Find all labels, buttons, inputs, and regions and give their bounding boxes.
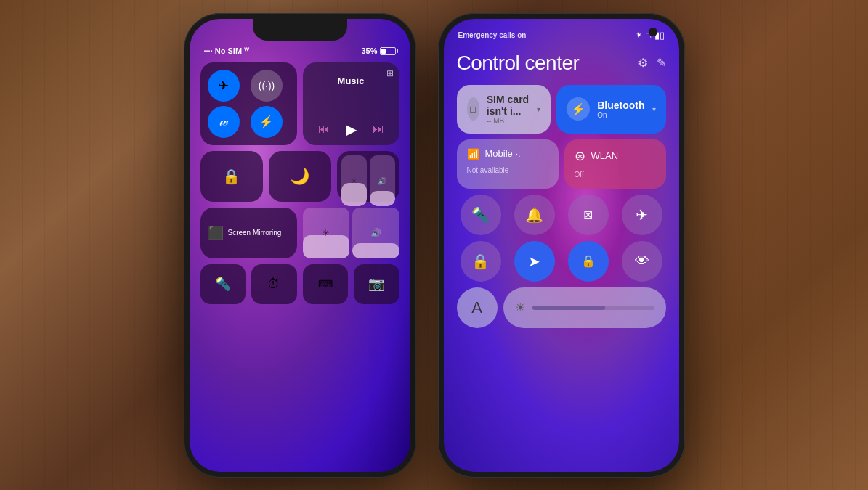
battery-bar-left bbox=[380, 47, 396, 55]
punch-hole bbox=[649, 28, 657, 36]
bluetooth-sub: On bbox=[597, 111, 644, 119]
connectivity-grid: ✈ ((·)) 𝓌 ⚡ bbox=[208, 70, 290, 138]
location-icon: ➤ bbox=[528, 253, 540, 270]
sim-label: SIM card isn't i... bbox=[487, 94, 530, 117]
brightness-fill bbox=[341, 183, 367, 206]
brightness-bar-container[interactable]: ☀ bbox=[503, 287, 666, 328]
battery-fill-left bbox=[381, 49, 386, 54]
airplay-icon: ⊞ bbox=[386, 68, 394, 78]
connectivity-row-right: ◻ SIM card isn't i... -- MB ▾ ⚡ bbox=[457, 85, 666, 134]
sim-block[interactable]: ◻ SIM card isn't i... -- MB ▾ bbox=[457, 85, 551, 134]
rotation-lock-btn[interactable]: 🔒 bbox=[200, 151, 263, 202]
cellular-btn[interactable]: ((·)) bbox=[251, 70, 283, 102]
camera-icon: 📷 bbox=[368, 276, 384, 292]
rotation-lock-icon: 🔒 bbox=[222, 168, 240, 185]
next-btn[interactable]: ⏭ bbox=[373, 123, 384, 136]
mobile-label: Mobile ·. bbox=[485, 148, 521, 159]
control-center-left: ✈ ((·)) 𝓌 ⚡ bbox=[200, 62, 399, 304]
bluetooth-block[interactable]: ⚡ Bluetooth On ▾ bbox=[556, 85, 665, 134]
bluetooth-arrow: ▾ bbox=[652, 105, 656, 113]
status-bar-left: ···· No SIM ᵂ 35% bbox=[204, 46, 396, 56]
bell-toggle[interactable]: 🔔 bbox=[514, 195, 555, 235]
sim-icon-block: ◻ bbox=[467, 97, 479, 121]
music-block: ⊞ Music ⏮ ▶ ⏭ bbox=[303, 62, 399, 145]
airplane-mode-btn[interactable]: ✈ bbox=[208, 70, 240, 102]
flashlight-toggle[interactable]: 🔦 bbox=[461, 195, 501, 235]
signal-status: ···· No SIM ᵂ bbox=[204, 46, 250, 56]
brightness-slider-icon: ☀ bbox=[351, 176, 357, 184]
wlan-sub: Off bbox=[575, 171, 584, 179]
play-btn[interactable]: ▶ bbox=[346, 121, 357, 138]
brightness-bar-fill bbox=[532, 306, 606, 310]
rotation-toggle[interactable]: 🔒 bbox=[568, 241, 609, 282]
wlan-block[interactable]: ⊛ WLAN Off bbox=[564, 139, 666, 189]
prev-btn[interactable]: ⏮ bbox=[318, 123, 330, 136]
bluetooth-icon-right-block: ⚡ bbox=[567, 97, 590, 121]
do-not-disturb-btn[interactable]: 🌙 bbox=[269, 151, 331, 202]
bluetooth-icon-right: ⚡ bbox=[571, 102, 585, 116]
calculator-btn[interactable]: ⌨ bbox=[303, 264, 349, 304]
volume-fill bbox=[370, 191, 395, 206]
timer-icon: ⏱ bbox=[267, 277, 280, 292]
rotation-icon: 🔒 bbox=[581, 254, 596, 268]
brightness-fill-2 bbox=[303, 235, 350, 258]
phone-left-screen: ···· No SIM ᵂ 35% bbox=[190, 19, 410, 472]
bottom-row-right: A ☀ bbox=[457, 287, 666, 328]
volume-slider-2[interactable]: 🔊 bbox=[352, 208, 399, 258]
location-toggle[interactable]: ➤ bbox=[514, 241, 555, 282]
lock-toggle[interactable]: 🔒 bbox=[461, 241, 501, 282]
flashlight-btn[interactable]: 🔦 bbox=[200, 264, 246, 304]
brightness-bar-icon: ☀ bbox=[515, 301, 525, 314]
volume-slider[interactable]: 🔊 bbox=[370, 155, 395, 206]
quick-toggles-row1: 🔦 🔔 ⊠ ✈ bbox=[457, 195, 666, 235]
screenshot-icon: ⊠ bbox=[583, 208, 593, 221]
cc-top-grid: ✈ ((·)) 𝓌 ⚡ bbox=[200, 62, 399, 145]
cellular-icon: ((·)) bbox=[259, 80, 275, 91]
flashlight-icon: 🔦 bbox=[215, 276, 231, 292]
sim-sub: -- MB bbox=[487, 117, 530, 125]
wlan-icon-row: ⊛ WLAN bbox=[575, 148, 656, 164]
no-sim-text: No SIM bbox=[215, 46, 242, 55]
notch bbox=[253, 19, 347, 41]
bluetooth-status-icon: ✶ bbox=[636, 30, 642, 40]
mobile-sub: Not available bbox=[467, 166, 509, 174]
screen-mirror-btn[interactable]: ⬛ Screen Mirroring bbox=[200, 208, 297, 258]
mobile-wlan-row: 📶 Mobile ·. Not available ⊛ WLAN Off bbox=[457, 139, 666, 189]
letter-a: A bbox=[471, 298, 482, 317]
phone-left: ···· No SIM ᵂ 35% bbox=[184, 13, 416, 478]
brightness-slider-2[interactable]: ☀ bbox=[303, 208, 350, 258]
screen-mirror-icon: ⬛ bbox=[208, 225, 224, 241]
mobile-icon-row: 📶 Mobile ·. bbox=[467, 148, 548, 160]
wlan-label: WLAN bbox=[591, 150, 619, 161]
mobile-block[interactable]: 📶 Mobile ·. Not available bbox=[457, 139, 559, 189]
airplane-icon: ✈ bbox=[218, 78, 229, 94]
camera-btn[interactable]: 📷 bbox=[354, 264, 399, 304]
brightness-bar bbox=[532, 306, 654, 310]
brightness-slider[interactable]: ☀ bbox=[341, 155, 367, 206]
settings-icon-right[interactable]: ⚙ bbox=[638, 56, 648, 70]
lock-icon: 🔒 bbox=[471, 253, 490, 270]
phone-right-screen: Emergency calls on ✶ ◻ ▮▯ Control center… bbox=[444, 19, 679, 472]
eye-toggle[interactable]: 👁 bbox=[622, 241, 662, 282]
battery-indicator-left: 35% bbox=[361, 46, 395, 55]
wifi-btn-left[interactable]: 𝓌 bbox=[208, 106, 240, 138]
bluetooth-btn-left[interactable]: ⚡ bbox=[251, 106, 283, 138]
control-center-right: Control center ⚙ ✎ ◻ SIM card isn't i... bbox=[457, 52, 666, 328]
timer-btn[interactable]: ⏱ bbox=[251, 264, 297, 304]
bluetooth-text: Bluetooth On bbox=[597, 99, 644, 119]
accessibility-btn[interactable]: A bbox=[457, 287, 498, 328]
volume-slider-icon: 🔊 bbox=[378, 176, 386, 184]
screenshot-toggle[interactable]: ⊠ bbox=[568, 195, 609, 235]
sliders-block: ☀ 🔊 bbox=[337, 151, 399, 202]
sim-text: SIM card isn't i... -- MB bbox=[487, 94, 530, 125]
calculator-icon: ⌨ bbox=[318, 278, 333, 290]
airplane-toggle[interactable]: ✈ bbox=[622, 195, 662, 235]
volume-fill-2 bbox=[352, 243, 399, 258]
edit-icon-right[interactable]: ✎ bbox=[657, 56, 666, 70]
flashlight-toggle-icon: 🔦 bbox=[471, 206, 490, 224]
moon-icon: 🌙 bbox=[290, 167, 309, 186]
phone-right: Emergency calls on ✶ ◻ ▮▯ Control center… bbox=[438, 13, 685, 478]
cc-title-row: Control center ⚙ ✎ bbox=[457, 52, 666, 75]
bluetooth-label: Bluetooth bbox=[597, 99, 644, 111]
sim-arrow: ▾ bbox=[537, 105, 540, 113]
